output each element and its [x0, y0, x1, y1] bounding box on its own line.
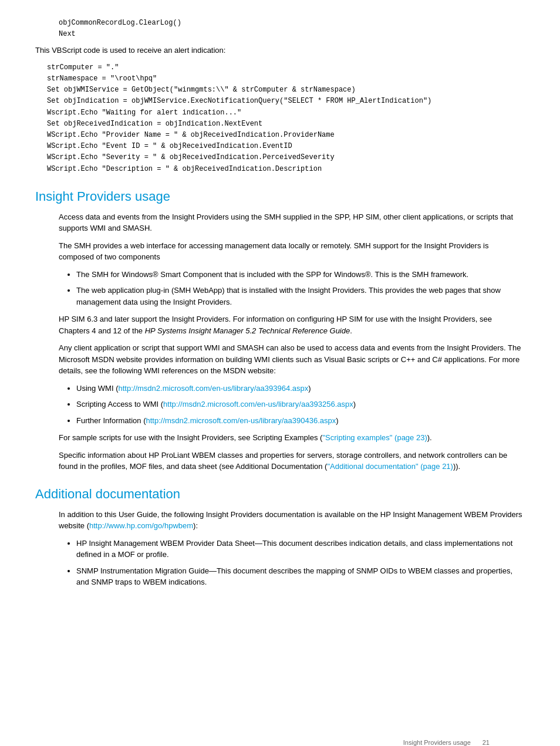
section1-para1: Access data and events from the Insight … [35, 211, 525, 234]
para6-link[interactable]: "Additional documentation" (page 21) [327, 462, 453, 471]
vbscript-line-1: strNamespace = "\root\hpq" [47, 73, 525, 85]
intro-text: This VBScript code is used to receive an… [35, 45, 525, 56]
section1-para4: Any client application or script that su… [35, 342, 525, 377]
vbscript-line-0: strComputer = "." [47, 62, 525, 73]
section2-bullets: HP Insight Management WBEM Provider Data… [35, 538, 525, 588]
wmi-link-item-0: Using WMI (http://msdn2.microsoft.com/en… [76, 383, 525, 394]
wmi-link-label-2: Further Information [76, 416, 141, 425]
vbscript-line-7: WScript.Echo "Event ID = " & objReceived… [47, 141, 525, 152]
wmi-link-item-2: Further Information (http://msdn2.micros… [76, 415, 525, 427]
wmi-link-url-0[interactable]: http://msdn2.microsoft.com/en-us/library… [119, 384, 309, 393]
section1-para2: The SMH provides a web interface for acc… [35, 240, 525, 263]
wmi-link-label-0: Using WMI [76, 384, 114, 393]
section2-heading: Additional documentation [35, 487, 525, 502]
section1-bullets1: The SMH for Windows® Smart Component tha… [35, 269, 525, 308]
vbscript-line-3: Set objIndication = objWMIService.ExecNo… [47, 96, 525, 107]
vbscript-code-block: strComputer = "." strNamespace = "\root\… [35, 62, 525, 175]
para5-link[interactable]: "Scripting examples" (page 23) [322, 433, 427, 442]
section2-bullet-0: HP Insight Management WBEM Provider Data… [76, 538, 525, 561]
code-line-1: objCommonRecordLog.ClearLog() [59, 19, 181, 27]
wmi-link-url-1[interactable]: http://msdn2.microsoft.com/en-us/library… [163, 400, 353, 409]
footer-section-label: Insight Providers usage [403, 739, 471, 746]
vbscript-line-8: WScript.Echo "Severity = " & objReceived… [47, 152, 525, 163]
wmi-link-item-1: Scripting Access to WMI (http://msdn2.mi… [76, 399, 525, 410]
bullet-item: The web application plug-in (SMH WebApp)… [76, 285, 525, 308]
top-code-block: objCommonRecordLog.ClearLog() Next [35, 18, 525, 40]
vbscript-line-5: Set objReceivedIndication = objIndicatio… [47, 119, 525, 130]
section1-wmi-links: Using WMI (http://msdn2.microsoft.com/en… [35, 383, 525, 427]
section2-para1: In addition to this User Guide, the foll… [35, 509, 525, 532]
vbscript-line-2: Set objWMIService = GetObject("winmgmts:… [47, 85, 525, 96]
wmi-link-url-2[interactable]: http://msdn2.microsoft.com/en-us/library… [146, 416, 336, 425]
section1-heading: Insight Providers usage [35, 189, 525, 204]
section1-para3: HP SIM 6.3 and later support the Insight… [35, 313, 525, 336]
vbscript-line-4: Wscript.Echo "Waiting for alert indicati… [47, 107, 525, 119]
vbscript-line-6: WScript.Echo "Provider Name = " & objRec… [47, 130, 525, 141]
wmi-link-label-1: Scripting Access to WMI [76, 400, 158, 409]
footer-page-number: 21 [483, 739, 490, 746]
vbscript-line-9: WScript.Echo "Description = " & objRecei… [47, 164, 525, 175]
bullet-item: The SMH for Windows® Smart Component tha… [76, 269, 525, 281]
page-footer: Insight Providers usage 21 [403, 739, 490, 746]
code-line-2: Next [59, 30, 76, 38]
section1-para5: For sample scripts for use with the Insi… [35, 432, 525, 444]
section1-para6: Specific information about HP ProLiant W… [35, 450, 525, 472]
section2-bullet-1: SNMP Instrumentation Migration Guide—Thi… [76, 565, 525, 588]
section2-url[interactable]: http://www.hp.com/go/hpwbem [89, 521, 193, 530]
